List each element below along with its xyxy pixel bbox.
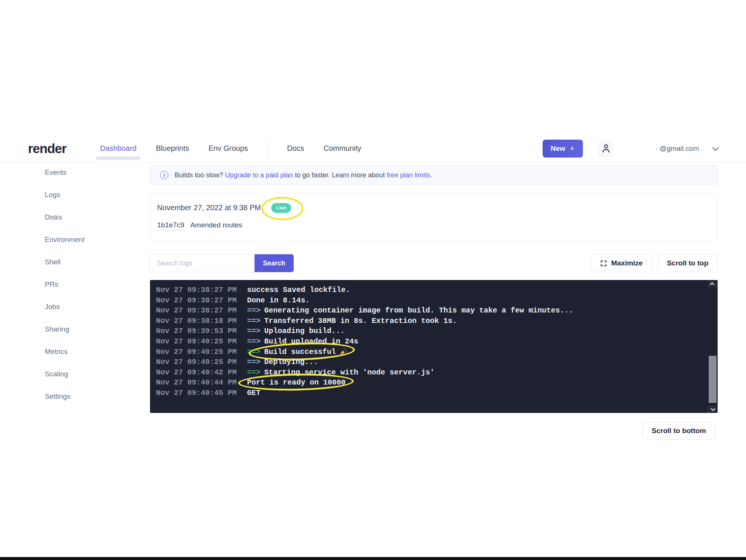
log-message: success Saved lockfile. (247, 285, 350, 295)
log-line: Nov 27 09:40:45 PMGET (156, 388, 703, 398)
log-terminal: Nov 27 09:38:27 PMsuccess Saved lockfile… (150, 280, 718, 413)
log-timestamp: Nov 27 09:40:25 PM (156, 347, 237, 357)
maximize-icon (600, 260, 607, 267)
log-arrow-icon: ==> (247, 305, 260, 316)
deploy-card: November 27, 2022 at 9:38 PM Live 1b1e7c… (150, 193, 718, 242)
upgrade-plan-link[interactable]: Upgrade to a paid plan (225, 171, 293, 179)
nav-item-docs[interactable]: Docs (287, 144, 304, 153)
log-timestamp: Nov 27 09:38:27 PM (156, 285, 237, 295)
log-timestamp: Nov 27 09:40:45 PM (156, 388, 237, 398)
new-button[interactable]: New + (543, 140, 583, 158)
log-message: Build successful (264, 347, 348, 357)
log-timestamp: Nov 27 09:40:25 PM (156, 357, 237, 367)
nav-item-dashboard[interactable]: Dashboard (100, 144, 137, 153)
log-arrow-icon: ==> (247, 347, 260, 357)
top-nav-bar: render DashboardBlueprintsEnv Groups Doc… (0, 134, 746, 163)
log-line: Nov 27 09:38:27 PMDone in 8.14s. (156, 295, 703, 306)
sidebar-item-environment[interactable]: Environment (45, 228, 123, 251)
active-tab-underline (96, 156, 140, 160)
free-plan-limits-link[interactable]: free plan limits (387, 171, 430, 179)
scroll-to-bottom-button[interactable]: Scroll to bottom (642, 422, 715, 440)
log-message: Port is ready on 10000 (247, 377, 346, 388)
service-sidebar: EventsLogsDisksEnvironmentShellPRsJobsSh… (45, 161, 123, 408)
sidebar-item-metrics[interactable]: Metrics (45, 340, 123, 363)
nav-item-community[interactable]: Community (324, 144, 361, 153)
nav-divider (267, 140, 268, 157)
log-timestamp: Nov 27 09:38:27 PM (156, 295, 237, 306)
logs-toolbar: Search Maximize Scroll to top (150, 254, 718, 272)
plus-icon: + (570, 144, 575, 153)
log-line: Nov 27 09:40:25 PM==>Deploying... (156, 357, 703, 367)
main-content: Builds too slow? Upgrade to a paid plan … (150, 165, 718, 440)
scroll-to-top-button[interactable]: Scroll to top (658, 254, 718, 272)
nav-item-env-groups[interactable]: Env Groups (209, 144, 248, 153)
log-message: Starting service with 'node server.js' (264, 367, 434, 378)
log-arrow-icon: ==> (247, 367, 260, 378)
log-arrow-icon: ==> (247, 326, 260, 336)
log-line: Nov 27 09:40:25 PM==>Build successful (156, 347, 703, 357)
log-line: Nov 27 09:40:25 PM==>Build uploaded in 2… (156, 336, 703, 347)
log-timestamp: Nov 27 09:40:42 PM (156, 367, 237, 378)
scrollbar-thumb[interactable] (709, 356, 717, 403)
log-message: Done in 8.14s. (247, 295, 310, 306)
log-message: Uploading build... (264, 326, 345, 336)
log-arrow-icon: ==> (247, 357, 260, 367)
maximize-button[interactable]: Maximize (591, 254, 652, 272)
new-button-label: New (551, 144, 565, 153)
sidebar-item-shell[interactable]: Shell (45, 251, 123, 273)
banner-text-after: . (430, 171, 432, 179)
account-email[interactable]: · @gmail.com (655, 144, 699, 153)
log-timestamp: Nov 27 09:38:18 PM (156, 316, 237, 326)
log-message: Transferred 38MB in 8s. Extraction took … (264, 316, 457, 326)
header-right-group: New + · @gmail.com (543, 140, 717, 158)
log-line: Nov 27 09:39:53 PM==>Uploading build... (156, 326, 703, 336)
live-status-badge[interactable]: Live (271, 203, 291, 213)
log-arrow-icon: ==> (247, 316, 260, 326)
sidebar-item-disks[interactable]: Disks (45, 206, 123, 228)
log-line: Nov 27 09:38:27 PMsuccess Saved lockfile… (156, 285, 703, 295)
log-arrow-icon: ==> (247, 336, 260, 347)
bottom-row: Scroll to bottom (150, 422, 718, 440)
maximize-label: Maximize (611, 259, 643, 267)
chevron-up-icon (710, 282, 715, 287)
deploy-date: November 27, 2022 at 9:38 PM (157, 203, 261, 212)
banner-text-middle: to go faster. Learn more about (293, 171, 387, 179)
page: render DashboardBlueprintsEnv Groups Doc… (0, 0, 746, 560)
search-logs-input[interactable] (150, 254, 255, 272)
log-line: Nov 27 09:38:27 PM==>Generating containe… (156, 305, 703, 316)
log-timestamp: Nov 27 09:40:44 PM (156, 377, 237, 388)
commit-message: Amended routes (190, 221, 242, 229)
sidebar-item-events[interactable]: Events (45, 161, 123, 184)
sidebar-item-settings[interactable]: Settings (45, 385, 123, 408)
log-timestamp: Nov 27 09:40:25 PM (156, 336, 237, 347)
banner-text: Builds too slow? Upgrade to a paid plan … (175, 171, 432, 179)
avatar[interactable] (598, 140, 614, 157)
log-line: Nov 27 09:40:42 PM==>Starting service wi… (156, 367, 703, 378)
search-button[interactable]: Search (255, 254, 294, 272)
log-message: Generating container image from build. T… (264, 305, 573, 316)
bottom-black-bar (0, 557, 746, 560)
person-icon (600, 143, 612, 154)
sidebar-item-jobs[interactable]: Jobs (45, 296, 123, 318)
log-line: Nov 27 09:38:18 PM==>Transferred 38MB in… (156, 316, 703, 326)
sidebar-item-logs[interactable]: Logs (45, 184, 123, 206)
commit-hash[interactable]: 1b1e7c9 (157, 221, 184, 230)
live-badge-wrap: Live (271, 203, 291, 213)
scrollbar-down-button[interactable] (708, 405, 718, 413)
nav-item-blueprints[interactable]: Blueprints (156, 144, 189, 153)
render-logo[interactable]: render (28, 141, 66, 156)
sidebar-item-scaling[interactable]: Scaling (45, 363, 123, 385)
banner-text-before: Builds too slow? (175, 171, 225, 179)
log-timestamp: Nov 27 09:38:27 PM (156, 305, 237, 316)
scrollbar-up-button[interactable] (708, 280, 718, 287)
log-line: Nov 27 09:40:44 PMPort is ready on 10000 (156, 377, 703, 388)
upgrade-banner: Builds too slow? Upgrade to a paid plan … (150, 165, 718, 185)
sidebar-item-prs[interactable]: PRs (45, 273, 123, 296)
info-circle-icon (160, 171, 168, 179)
log-message: Deploying... (264, 357, 318, 367)
sidebar-item-sharing[interactable]: Sharing (45, 318, 123, 340)
chevron-down-icon (711, 406, 716, 411)
log-message: Build uploaded in 24s (264, 336, 358, 347)
chevron-down-icon[interactable] (712, 144, 719, 151)
terminal-scrollbar (708, 280, 718, 413)
